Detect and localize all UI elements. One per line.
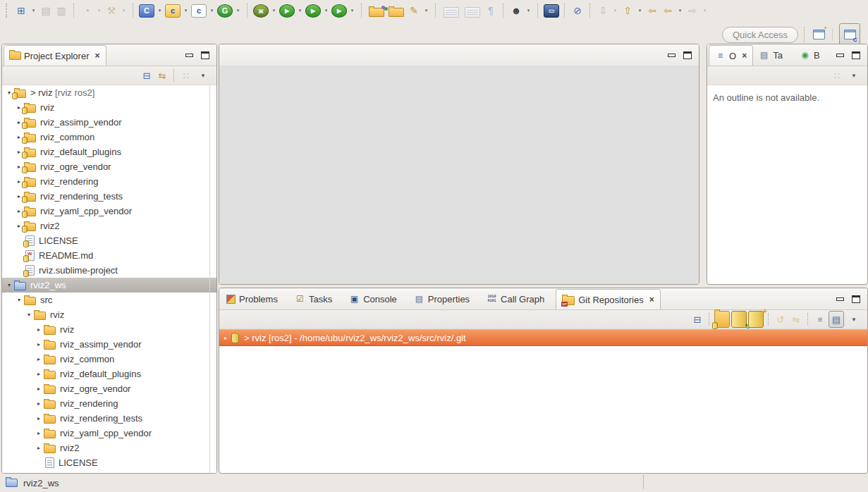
open-resource-icon[interactable]	[389, 8, 404, 17]
link-with-selection-icon[interactable]: ▤	[829, 311, 844, 328]
expander-icon[interactable]: ▾	[25, 312, 33, 318]
collapse-all-icon[interactable]: ⊟	[140, 68, 154, 83]
cpp-perspective-button[interactable]	[839, 23, 860, 46]
dropdown-arrow-icon[interactable]: ▾	[701, 2, 709, 19]
previous-annotation-icon[interactable]: ⇧	[621, 2, 635, 19]
dropdown-arrow-icon[interactable]: ▾	[30, 2, 37, 19]
toggle-mark-occurrences-icon[interactable]	[444, 7, 459, 18]
tree-item[interactable]: README.md	[2, 248, 216, 263]
dropdown-arrow-icon[interactable]: ▾	[422, 2, 430, 19]
tree-item[interactable]: ▸ rviz_common	[2, 130, 216, 144]
tree-item[interactable]: rviz.sublime-project	[2, 263, 216, 278]
run-configurations-icon[interactable]: ▶	[305, 4, 321, 18]
search-icon[interactable]: ✎	[407, 2, 421, 19]
open-type-icon[interactable]	[369, 8, 384, 17]
dropdown-arrow-icon[interactable]: ▾	[156, 2, 164, 19]
tree-item[interactable]: LICENSE	[2, 455, 216, 470]
tree-item[interactable]: ▸ rviz_assimp_vendor	[2, 115, 216, 130]
tree-item[interactable]: ▸ rviz_rendering_tests	[2, 189, 216, 204]
tab-tasks[interactable]: ☑ Tasks	[289, 288, 343, 309]
expander-icon[interactable]: ▾	[5, 282, 13, 288]
tree-item[interactable]: ▸ rviz2	[2, 219, 216, 233]
tree-item[interactable]: ▸ rviz2	[2, 441, 216, 455]
focus-on-active-task-icon[interactable]: ∷	[830, 68, 844, 83]
scrollbar-track[interactable]	[209, 85, 216, 474]
expander-icon[interactable]: ▸	[35, 386, 43, 392]
new-c-source-file-icon[interactable]: c	[191, 4, 207, 18]
build-working-set-icon[interactable]: ◔	[80, 2, 94, 19]
tree-item[interactable]: LICENSE	[2, 233, 216, 248]
focus-on-active-task-icon[interactable]: ∷	[179, 68, 193, 83]
dropdown-arrow-icon[interactable]: ▾	[182, 2, 190, 19]
open-perspective-button[interactable]	[812, 26, 826, 43]
tab-console[interactable]: ▣ Console	[343, 288, 408, 309]
create-repository-icon[interactable]	[748, 311, 764, 328]
expander-icon[interactable]: ▸	[35, 371, 43, 377]
toggle-breadcrumb-icon[interactable]: ⊘	[570, 2, 585, 19]
expander-icon[interactable]: ▸	[35, 356, 43, 362]
close-icon[interactable]: ×	[649, 295, 654, 305]
dropdown-arrow-icon[interactable]: ▾	[296, 2, 304, 19]
dropdown-arrow-icon[interactable]: ▾	[348, 2, 356, 19]
tab-breakpoints[interactable]: ◉ B	[794, 44, 831, 66]
dropdown-arrow-icon[interactable]: ▾	[676, 2, 684, 19]
tree-item[interactable]: ▸ rviz_rendering_tests	[2, 411, 216, 426]
tab-task-list[interactable]: ▤ Ta	[753, 44, 794, 66]
view-menu-icon[interactable]: ▼	[845, 68, 862, 83]
minimize-icon[interactable]	[836, 296, 843, 302]
tree-item[interactable]: ▸ rviz_default_plugins	[2, 367, 216, 381]
dropdown-arrow-icon[interactable]: ▾	[525, 2, 532, 19]
tree-item[interactable]: ▸ rviz_assimp_vendor	[2, 337, 216, 352]
tree-item-rviz-project[interactable]: ▾ > rviz [rviz ros2]	[2, 85, 216, 100]
fetch-icon[interactable]: ↺	[774, 312, 788, 327]
tree-item[interactable]: ▾ src	[2, 293, 216, 307]
maximize-icon[interactable]	[852, 295, 860, 303]
maximize-icon[interactable]	[683, 51, 692, 59]
expander-icon[interactable]: ▸	[221, 335, 230, 341]
tab-call-graph[interactable]: 1010 0101 Call Graph	[481, 288, 556, 309]
terminal-icon[interactable]: ▭	[544, 4, 559, 18]
minimize-icon[interactable]	[668, 52, 675, 59]
minimize-icon[interactable]	[185, 52, 192, 59]
save-all-icon[interactable]: ▥	[54, 2, 68, 19]
dropdown-arrow-icon[interactable]: ▾	[208, 2, 216, 19]
quick-access-button[interactable]: Quick Access	[722, 27, 798, 43]
close-icon[interactable]: ×	[742, 51, 747, 61]
dropdown-arrow-icon[interactable]: ▾	[234, 2, 242, 19]
tree-item[interactable]: ▾ rviz	[2, 307, 216, 322]
tree-item[interactable]: ▸ rviz_ogre_vendor	[2, 159, 216, 174]
dropdown-arrow-icon[interactable]: ▾	[95, 2, 103, 19]
forward-icon[interactable]: ⇨	[685, 2, 699, 19]
last-edit-location-icon[interactable]: ⇦	[645, 2, 659, 19]
external-tools-icon[interactable]: ▶	[331, 4, 347, 18]
expander-icon[interactable]: ▸	[35, 430, 43, 436]
run-icon[interactable]: ▶	[279, 4, 295, 18]
next-annotation-icon[interactable]: ⇩	[596, 2, 610, 19]
clone-repository-icon[interactable]	[731, 311, 747, 328]
show-selected-element-icon[interactable]	[465, 7, 480, 18]
maximize-icon[interactable]	[852, 51, 860, 59]
dropdown-arrow-icon[interactable]: ▾	[322, 2, 330, 19]
push-icon[interactable]: ⇋	[789, 312, 803, 327]
tree-item[interactable]: ▸ rviz_default_plugins	[2, 144, 216, 159]
editor-empty-area[interactable]	[219, 66, 699, 284]
dropdown-arrow-icon[interactable]: ▾	[611, 2, 619, 19]
tree-item[interactable]: ▸ rviz_ogre_vendor	[2, 381, 216, 396]
collapse-all-icon[interactable]: ⊟	[690, 312, 704, 327]
expander-icon[interactable]: ▸	[35, 415, 43, 422]
expander-icon[interactable]: ▸	[35, 400, 43, 407]
new-wizard-icon[interactable]: ⊞	[14, 2, 28, 19]
add-repository-icon[interactable]	[714, 311, 730, 328]
tab-outline[interactable]: ≡ O ×	[709, 45, 753, 66]
back-icon[interactable]: ⇦	[661, 2, 675, 19]
minimize-icon[interactable]	[836, 52, 843, 59]
dropdown-arrow-icon[interactable]: ▾	[636, 2, 644, 19]
git-repository-row[interactable]: ▸ > rviz [ros2] - /home/ubu/rviz2_ws/rvi…	[219, 329, 867, 346]
user-account-icon[interactable]: ☻	[509, 2, 523, 19]
link-with-editor-icon[interactable]: ⇆	[155, 68, 169, 83]
view-menu-icon[interactable]: ▼	[195, 68, 212, 83]
close-icon[interactable]: ×	[94, 51, 99, 61]
expander-icon[interactable]: ▸	[35, 445, 43, 451]
expander-icon[interactable]: ▸	[35, 326, 43, 333]
tree-item[interactable]: ▸ rviz_rendering	[2, 396, 216, 411]
